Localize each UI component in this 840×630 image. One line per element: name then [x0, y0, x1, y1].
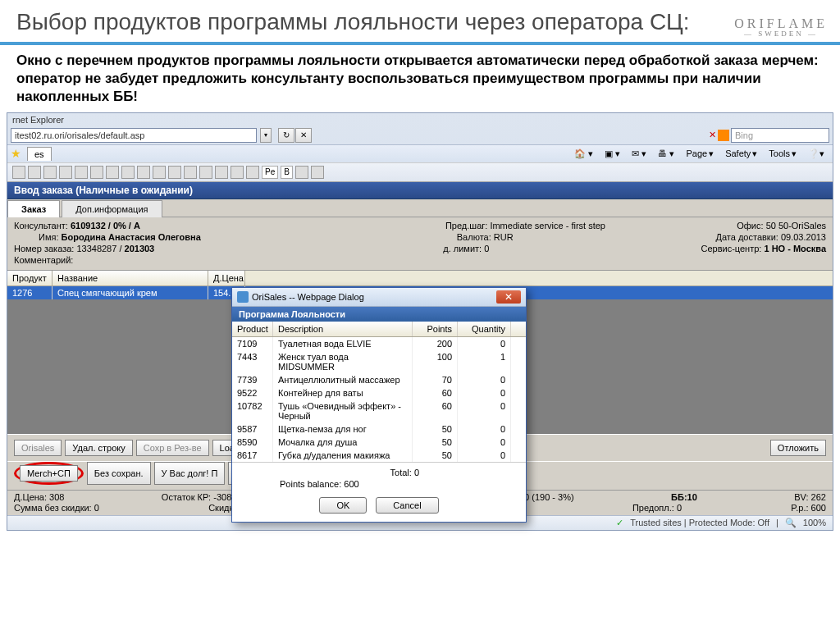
toolbar-icon[interactable]	[168, 166, 181, 179]
col-product[interactable]: Product	[232, 322, 273, 336]
toolbar-icon[interactable]	[121, 166, 135, 179]
toolbar-icon[interactable]	[246, 166, 259, 179]
table-row[interactable]: 9522Контейнер для ваты600	[232, 386, 526, 399]
search-input[interactable]: Bing	[731, 128, 829, 143]
highlight-annotation: Merch+СП	[14, 462, 84, 485]
col-description[interactable]: Description	[273, 322, 413, 336]
refresh-icon[interactable]: ↻	[278, 128, 294, 143]
stop-icon[interactable]: ✕	[295, 128, 312, 143]
dialog-section-title: Программа Лояльности	[232, 307, 526, 322]
debt-button[interactable]: У Вас долг! П	[154, 462, 226, 485]
toolbar-icon[interactable]	[75, 166, 88, 179]
toolbar-icon[interactable]	[153, 166, 166, 179]
favorites-icon[interactable]: ★	[11, 147, 24, 160]
order-info-panel: Консультант: 6109132 / 0% / A Пред.шаг: …	[7, 217, 833, 271]
brand-logo: ORIFLAME — SWEDEN —	[734, 16, 828, 38]
save-reserve-button[interactable]: Сохр в Рез-ве	[136, 440, 209, 456]
toolbar-icon[interactable]	[12, 166, 25, 179]
tab-info[interactable]: Доп.информация	[62, 200, 162, 217]
status-sep: |	[776, 518, 778, 527]
toolbar-icon[interactable]	[199, 166, 212, 179]
tools-menu[interactable]: Tools ▾	[764, 147, 801, 161]
url-dropdown-icon[interactable]: ▾	[260, 128, 272, 143]
table-row[interactable]: 9587Щетка-пемза для ног500	[232, 422, 526, 436]
toolbar-icon[interactable]	[184, 166, 197, 179]
print-icon[interactable]: 🖶 ▾	[653, 147, 679, 161]
page-menu[interactable]: Page ▾	[681, 147, 719, 161]
toolbar-icon[interactable]	[311, 166, 324, 179]
toolbar-icon[interactable]	[28, 166, 41, 179]
help-icon[interactable]: ❔▾	[803, 147, 829, 161]
home-icon[interactable]: 🏠 ▾	[569, 147, 598, 161]
zoom-value[interactable]: 100%	[803, 518, 826, 527]
safety-menu[interactable]: Safety ▾	[720, 147, 762, 161]
dialog-footer: Total: 0 Points balance: 600 OK Cancel	[232, 462, 526, 522]
no-save-button[interactable]: Без сохран.	[87, 462, 151, 485]
toolbar-text[interactable]: B	[281, 166, 293, 179]
col-name[interactable]: Название	[52, 271, 208, 285]
table-row[interactable]: 7443Женск туал вода MIDSUMMER1001	[232, 350, 526, 373]
col-product[interactable]: Продукт	[7, 271, 52, 285]
url-input[interactable]: itest02.ru.ori/orisales/default.asp	[11, 128, 257, 143]
dialog-rows: 7109Туалетная вода ELVIE20007443Женск ту…	[232, 337, 526, 462]
loyalty-dialog: OriSales -- Webpage Dialog ✕ Программа Л…	[231, 287, 527, 523]
toolbar-icon[interactable]	[295, 166, 308, 179]
postpone-button[interactable]: Отложить	[770, 440, 826, 456]
address-bar-row: itest02.ru.ori/orisales/default.asp ▾ ↻ …	[7, 126, 833, 144]
toolbar-icon[interactable]	[215, 166, 228, 179]
table-row[interactable]: 10782Тушь «Очевидный эффект» - Черный600	[232, 399, 526, 422]
col-quantity[interactable]: Quantity	[458, 322, 511, 336]
toolbar-icon[interactable]	[106, 166, 119, 179]
dialog-titlebar[interactable]: OriSales -- Webpage Dialog ✕	[232, 288, 526, 307]
cancel-button[interactable]: Cancel	[376, 497, 438, 514]
orisales-button[interactable]: Orisales	[14, 440, 62, 456]
table-row[interactable]: 8617Губка д/удаления макияжа500	[232, 449, 526, 462]
col-price[interactable]: Д.Цена	[208, 271, 245, 285]
toolbar-icon[interactable]	[231, 166, 244, 179]
app-tabs: Заказ Доп.информация	[7, 199, 833, 217]
toolbar-icon[interactable]	[59, 166, 72, 179]
browser-tab-row: ★ es 🏠 ▾ ▣ ▾ ✉ ▾ 🖶 ▾ Page ▾ Safety ▾ Too…	[7, 144, 833, 162]
toolbar-icon[interactable]	[137, 166, 150, 179]
mail-icon[interactable]: ✉ ▾	[627, 147, 651, 161]
close-icon[interactable]: ✕	[496, 290, 521, 304]
slide-description: Окно с перечнем продуктов программы лоял…	[0, 45, 840, 112]
table-row[interactable]: 7739Антицеллюлитный массажер700	[232, 373, 526, 386]
app-toolbar: Pe B	[7, 162, 833, 182]
toolbar-icon[interactable]	[43, 166, 57, 179]
slide-title: Выбор продуктов программы лояльности чер…	[16, 8, 824, 36]
dialog-title: OriSales -- Webpage Dialog	[252, 292, 364, 302]
bing-icon	[718, 130, 729, 141]
browser-title: rnet Explorer	[7, 113, 833, 126]
col-points[interactable]: Points	[413, 322, 458, 336]
browser-tab[interactable]: es	[27, 147, 52, 161]
stop-red-icon[interactable]: ✕	[709, 130, 716, 140]
slide-header: Выбор продуктов программы лояльности чер…	[0, 0, 840, 40]
delete-row-button[interactable]: Удал. строку	[65, 440, 132, 456]
toolbar-icon[interactable]	[90, 166, 103, 179]
toolbar-text[interactable]: Pe	[262, 166, 278, 179]
zoom-icon[interactable]: 🔍	[785, 518, 797, 528]
merch-sp-button[interactable]: Merch+СП	[20, 465, 78, 482]
status-trusted: Trusted sites | Protected Mode: Off	[630, 518, 769, 527]
tab-order[interactable]: Заказ	[7, 200, 60, 217]
ok-button[interactable]: OK	[319, 497, 367, 514]
trusted-icon: ✓	[616, 518, 623, 528]
feeds-icon[interactable]: ▣ ▾	[600, 147, 625, 161]
dialog-grid-header: Product Description Points Quantity	[232, 322, 526, 337]
ie-icon	[237, 291, 249, 303]
app-title: Ввод заказа (Наличные в ожидании)	[7, 182, 833, 199]
table-row[interactable]: 7109Туалетная вода ELVIE2000	[232, 337, 526, 350]
table-row[interactable]: 8590Мочалка для душа500	[232, 436, 526, 449]
